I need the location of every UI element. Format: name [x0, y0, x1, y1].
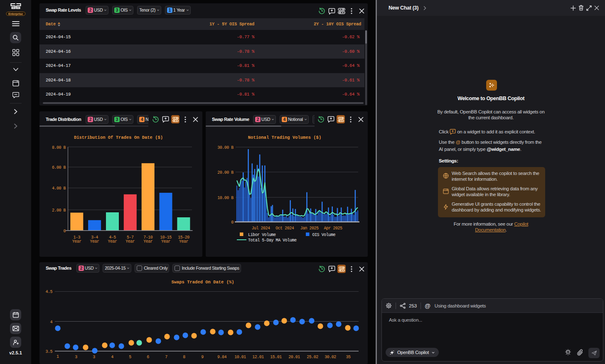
svg-text:8: 8 [183, 355, 185, 359]
svg-text:4: 4 [50, 320, 52, 325]
svg-text:Year: Year [179, 239, 189, 244]
svg-text:4: 4 [111, 355, 113, 359]
svg-text:4.5: 4.5 [45, 290, 52, 294]
svg-text:3-4: 3-4 [91, 235, 98, 240]
svg-text:OIS Volume: OIS Volume [312, 233, 336, 237]
svg-text:10.01: 10.01 [234, 355, 246, 359]
svg-text:Year: Year [90, 239, 100, 244]
svg-text:9.84: 9.84 [217, 355, 227, 359]
svg-text:4-5: 4-5 [109, 235, 116, 240]
svg-text:30.00 B: 30.00 B [217, 145, 234, 150]
svg-text:4.00 B: 4.00 B [52, 186, 66, 191]
svg-text:10-15: 10-15 [160, 235, 172, 240]
svg-text:20.00 B: 20.00 B [217, 170, 234, 175]
svg-text:Swaps Traded On Date (%): Swaps Traded On Date (%) [171, 280, 234, 285]
svg-text:1: 1 [57, 354, 59, 359]
svg-text:10.00 B: 10.00 B [217, 196, 234, 200]
svg-text:20.01: 20.01 [288, 355, 300, 359]
svg-text:Apr 2025: Apr 2025 [324, 226, 342, 231]
svg-text:Notional Trading Volumes ($): Notional Trading Volumes ($) [248, 135, 321, 140]
svg-text:9: 9 [201, 355, 204, 359]
svg-text:Year: Year [161, 239, 171, 244]
svg-text:0: 0 [231, 220, 234, 225]
svg-text:1-3: 1-3 [74, 235, 81, 240]
svg-text:0: 0 [63, 229, 66, 234]
svg-text:3: 3 [93, 355, 95, 359]
svg-text:3.5: 3.5 [45, 349, 52, 354]
svg-text:Year: Year [72, 239, 82, 244]
svg-text:3: 3 [75, 355, 77, 359]
svg-text:15-20: 15-20 [178, 235, 189, 240]
svg-text:Jul 2024: Jul 2024 [251, 226, 270, 231]
svg-text:25.02: 25.02 [307, 355, 318, 359]
svg-text:15.01: 15.01 [270, 355, 282, 359]
svg-text:Distribution Of Trades On Date: Distribution Of Trades On Date ($) [74, 135, 163, 140]
svg-text:5-7: 5-7 [127, 235, 134, 240]
svg-text:Total 5-Day MA Volume: Total 5-Day MA Volume [248, 238, 297, 243]
svg-text:8.00 B: 8.00 B [52, 145, 66, 150]
svg-text:7-10: 7-10 [143, 235, 153, 240]
svg-text:35: 35 [346, 355, 351, 359]
svg-text:12.01: 12.01 [252, 355, 264, 359]
svg-text:Jan 2025: Jan 2025 [300, 226, 319, 231]
svg-text:30.02: 30.02 [325, 355, 336, 359]
svg-text:7: 7 [165, 355, 167, 359]
svg-text:Year: Year [143, 239, 153, 244]
svg-text:6.00 B: 6.00 B [52, 165, 66, 170]
svg-text:Year: Year [108, 239, 117, 244]
svg-text:Oct 2024: Oct 2024 [275, 226, 294, 231]
svg-text:Libor Volume: Libor Volume [248, 233, 276, 237]
svg-text:6: 6 [147, 355, 149, 359]
svg-text:2.00 B: 2.00 B [52, 208, 66, 213]
svg-text:Year: Year [125, 239, 135, 244]
svg-text:5: 5 [129, 355, 131, 359]
